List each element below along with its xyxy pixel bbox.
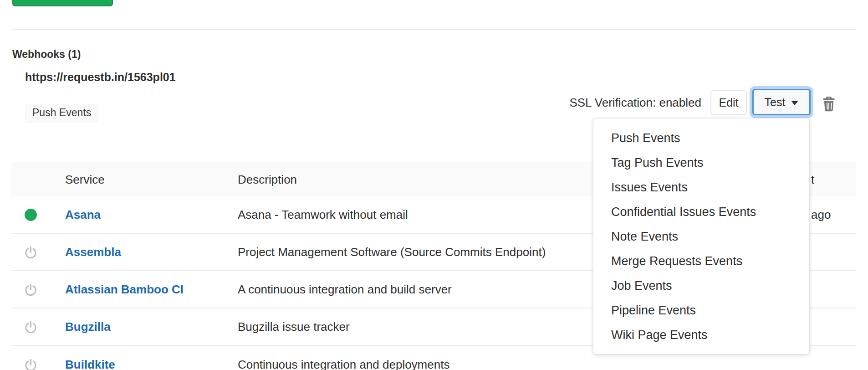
column-header-last-edit-fragment: t [811,173,814,187]
dropdown-item-confidential-issues-events[interactable]: Confidential Issues Events [593,200,809,224]
service-description: A continuous integration and build serve… [238,283,452,297]
status-cell [22,244,39,260]
service-link-buildkite[interactable]: Buildkite [65,358,115,370]
webhook-trigger-badge: Push Events [25,104,98,123]
dropdown-item-merge-requests-events[interactable]: Merge Requests Events [593,249,809,273]
column-header-service: Service [65,173,105,187]
service-description: Continuous integration and deployments [238,358,449,370]
section-divider [12,29,856,30]
dropdown-item-job-events[interactable]: Job Events [593,273,809,298]
webhooks-count-heading: Webhooks (1) [12,48,81,61]
power-icon [24,245,38,259]
dropdown-item-pipeline-events[interactable]: Pipeline Events [593,298,809,323]
test-webhook-dropdown-toggle[interactable]: Test [752,89,811,115]
service-link-bugzilla[interactable]: Bugzilla [65,320,111,334]
status-cell [22,356,39,370]
webhook-url: https://requestb.in/1563pl01 [25,71,176,84]
dropdown-item-wiki-page-events[interactable]: Wiki Page Events [593,323,809,347]
edit-webhook-button[interactable]: Edit [710,90,747,115]
status-cell [22,319,39,335]
service-link-atlassian-bamboo-ci[interactable]: Atlassian Bamboo CI [65,283,184,297]
service-description: Bugzilla issue tracker [238,320,350,334]
column-header-description: Description [238,173,297,187]
power-icon [24,283,38,297]
test-button-label: Test [765,96,786,109]
service-link-assembla[interactable]: Assembla [65,245,121,259]
webhooks-settings-page: Webhooks (1) https://requestb.in/1563pl0… [0,0,868,370]
dropdown-item-tag-push-events[interactable]: Tag Push Events [593,150,809,175]
power-icon [24,358,38,370]
dropdown-item-note-events[interactable]: Note Events [593,224,809,249]
dropdown-item-push-events[interactable]: Push Events [593,126,809,150]
trash-icon [822,96,836,113]
status-cell [22,281,39,298]
service-description: Project Management Software (Source Comm… [238,245,546,259]
ssl-verification-status: SSL Verification: enabled [569,96,701,110]
add-webhook-button[interactable] [12,0,113,6]
chevron-down-icon [791,101,798,105]
delete-webhook-button[interactable] [821,96,837,114]
service-description: Asana - Teamwork without email [238,208,408,222]
service-link-asana[interactable]: Asana [65,208,101,222]
status-cell [22,206,39,223]
last-edit-fragment: ago [811,208,831,222]
test-dropdown-menu: Push Events Tag Push Events Issues Event… [593,118,810,355]
power-icon [24,320,38,334]
dropdown-item-issues-events[interactable]: Issues Events [593,175,809,200]
green-dot-icon [25,209,37,221]
